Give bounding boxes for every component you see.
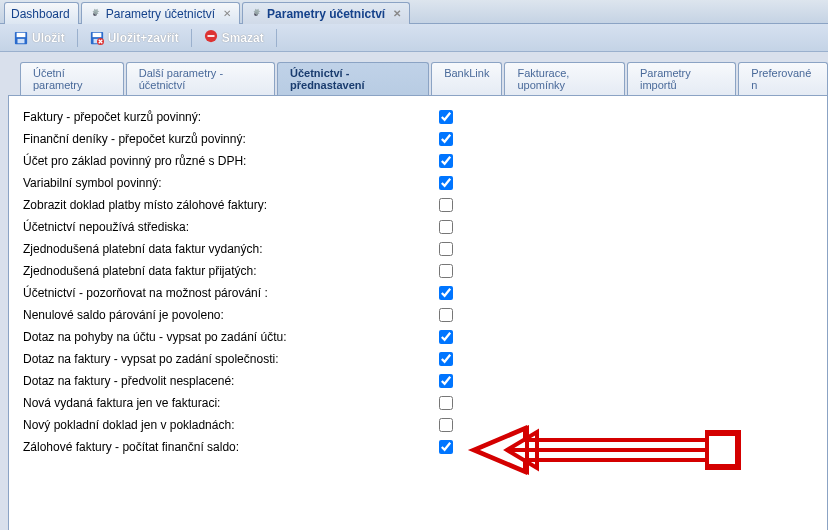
setting-row: Finanční deníky - přepočet kurzů povinný… [23, 128, 813, 150]
setting-checkbox[interactable] [439, 308, 453, 322]
setting-label: Účetnictví nepoužívá střediska: [23, 220, 439, 234]
setting-label: Variabilní symbol povinný: [23, 176, 439, 190]
setting-checkbox[interactable] [439, 176, 453, 190]
setting-label: Nová vydaná faktura jen ve fakturaci: [23, 396, 439, 410]
subtabs: Účetní parametry Další parametry - účetn… [8, 62, 828, 95]
setting-checkbox[interactable] [439, 440, 453, 454]
setting-row: Zjednodušená platební data faktur přijat… [23, 260, 813, 282]
tab-label: Parametry účetnictví [267, 7, 385, 21]
subtab-label: BankLink [444, 67, 489, 79]
setting-checkbox[interactable] [439, 418, 453, 432]
setting-row: Zobrazit doklad platby místo zálohové fa… [23, 194, 813, 216]
setting-label: Zálohové faktury - počítat finanční sald… [23, 440, 439, 454]
toolbar: Uložit Uložit+zavřít Smazat [0, 24, 828, 52]
setting-checkbox[interactable] [439, 374, 453, 388]
setting-row: Zjednodušená platební data faktur vydaný… [23, 238, 813, 260]
close-icon[interactable]: ✕ [393, 8, 401, 19]
setting-label: Faktury - přepočet kurzů povinný: [23, 110, 439, 124]
settings-panel: Faktury - přepočet kurzů povinný:Finančn… [8, 95, 828, 530]
subtab-importy[interactable]: Parametry importů [627, 62, 736, 95]
setting-checkbox[interactable] [439, 352, 453, 366]
setting-row: Účetnictví - pozorňovat na možnost párov… [23, 282, 813, 304]
tab-dashboard[interactable]: Dashboard [4, 2, 79, 24]
subtab-label: Parametry importů [640, 67, 691, 91]
setting-row: Nenulové saldo párování je povoleno: [23, 304, 813, 326]
toolbar-separator [191, 29, 192, 47]
setting-row: Faktury - přepočet kurzů povinný: [23, 106, 813, 128]
subtab-fakturace[interactable]: Fakturace, upomínky [504, 62, 625, 95]
setting-row: Dotaz na pohyby na účtu - vypsat po zadá… [23, 326, 813, 348]
tab-label: Parametry účetnictví [106, 7, 215, 21]
content-area: Účetní parametry Další parametry - účetn… [0, 52, 828, 530]
delete-button[interactable]: Smazat [198, 27, 270, 48]
subtab-label: Preferované n [751, 67, 811, 91]
setting-label: Zobrazit doklad platby místo zálohové fa… [23, 198, 439, 212]
setting-label: Dotaz na faktury - předvolit nesplacené: [23, 374, 439, 388]
setting-checkbox[interactable] [439, 110, 453, 124]
setting-row: Dotaz na faktury - vypsat po zadání spol… [23, 348, 813, 370]
tab-label: Dashboard [11, 7, 70, 21]
setting-row: Účet pro základ povinný pro různé s DPH: [23, 150, 813, 172]
setting-label: Nenulové saldo párování je povoleno: [23, 308, 439, 322]
setting-row: Zálohové faktury - počítat finanční sald… [23, 436, 813, 458]
delete-icon [204, 29, 218, 46]
subtab-label: Účetnictví - přednastavení [290, 67, 365, 91]
svg-rect-6 [92, 32, 101, 36]
setting-checkbox[interactable] [439, 330, 453, 344]
app-tabs: Dashboard Parametry účetnictví ✕ Paramet… [0, 0, 828, 24]
setting-checkbox[interactable] [439, 154, 453, 168]
setting-label: Dotaz na pohyby na účtu - vypsat po zadá… [23, 330, 439, 344]
setting-label: Zjednodušená platební data faktur vydaný… [23, 242, 439, 256]
tab-parametry-1[interactable]: Parametry účetnictví ✕ [81, 2, 240, 24]
save-close-button[interactable]: Uložit+zavřít [84, 29, 185, 47]
setting-label: Dotaz na faktury - vypsat po zadání spol… [23, 352, 439, 366]
disk-close-icon [90, 31, 104, 45]
svg-rect-4 [18, 38, 25, 42]
setting-label: Účetnictví - pozorňovat na možnost párov… [23, 286, 439, 300]
tab-parametry-2[interactable]: Parametry účetnictví ✕ [242, 2, 410, 24]
setting-row: Variabilní symbol povinný: [23, 172, 813, 194]
subtab-banklink[interactable]: BankLink [431, 62, 502, 95]
button-label: Uložit+zavřít [108, 31, 179, 45]
setting-label: Zjednodušená platební data faktur přijat… [23, 264, 439, 278]
setting-row: Účetnictví nepoužívá střediska: [23, 216, 813, 238]
svg-rect-10 [207, 35, 214, 37]
subtab-dalsi-parametry[interactable]: Další parametry - účetnictví [126, 62, 275, 95]
disk-icon [14, 31, 28, 45]
toolbar-separator [276, 29, 277, 47]
toolbar-separator [77, 29, 78, 47]
button-label: Uložit [32, 31, 65, 45]
setting-checkbox[interactable] [439, 198, 453, 212]
setting-checkbox[interactable] [439, 132, 453, 146]
svg-rect-3 [17, 32, 26, 36]
setting-checkbox[interactable] [439, 286, 453, 300]
subtab-prednastaveni[interactable]: Účetnictví - přednastavení [277, 62, 429, 95]
setting-checkbox[interactable] [439, 264, 453, 278]
subtab-label: Účetní parametry [33, 67, 83, 91]
setting-row: Nový pokladní doklad jen v pokladnách: [23, 414, 813, 436]
setting-label: Nový pokladní doklad jen v pokladnách: [23, 418, 439, 432]
setting-row: Dotaz na faktury - předvolit nesplacené: [23, 370, 813, 392]
subtab-label: Fakturace, upomínky [517, 67, 569, 91]
subtab-preferovane[interactable]: Preferované n [738, 62, 828, 95]
subtab-label: Další parametry - účetnictví [139, 67, 223, 91]
setting-row: Nová vydaná faktura jen ve fakturaci: [23, 392, 813, 414]
gear-icon [88, 7, 102, 21]
button-label: Smazat [222, 31, 264, 45]
setting-label: Finanční deníky - přepočet kurzů povinný… [23, 132, 439, 146]
setting-checkbox[interactable] [439, 396, 453, 410]
save-button[interactable]: Uložit [8, 29, 71, 47]
close-icon[interactable]: ✕ [223, 8, 231, 19]
subtab-ucetni-parametry[interactable]: Účetní parametry [20, 62, 124, 95]
gear-icon [249, 7, 263, 21]
setting-checkbox[interactable] [439, 242, 453, 256]
setting-checkbox[interactable] [439, 220, 453, 234]
setting-label: Účet pro základ povinný pro různé s DPH: [23, 154, 439, 168]
